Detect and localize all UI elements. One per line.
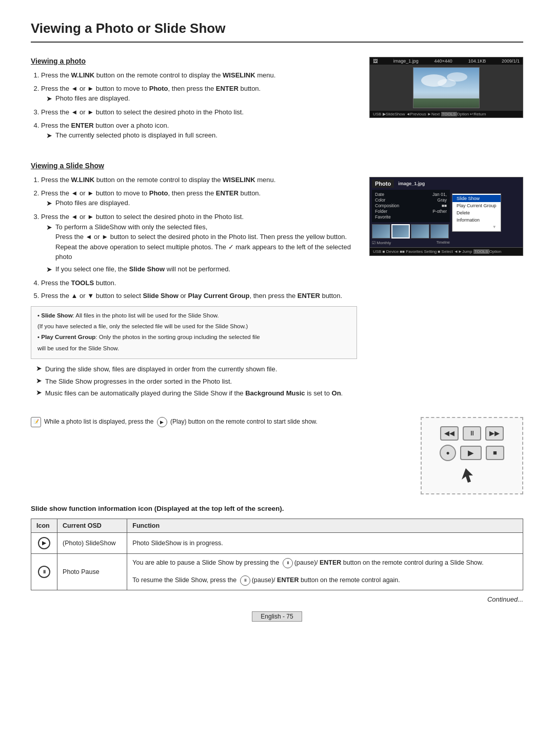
row1-function: Photo SlideShow is in progress. xyxy=(127,532,523,553)
arrow-symbol8: ➤ xyxy=(36,388,42,396)
photo-label: Photo xyxy=(372,180,394,188)
table-header-row: Icon Current OSD Function xyxy=(31,519,523,532)
page-title: Viewing a Photo or Slide Show xyxy=(31,21,523,43)
note-icon: 📝 xyxy=(31,417,41,427)
thumb2 xyxy=(391,224,410,238)
wiselink2-bold: WISELINK xyxy=(223,176,255,184)
arrow8: ➤ Music files can be automatically playe… xyxy=(31,388,357,399)
section2-content: Viewing a Slide Show Press the W.LINK bu… xyxy=(31,162,357,401)
arrow1: ➤ Photo files are displayed. xyxy=(41,93,357,104)
step2-5: Press the ▲ or ▼ button to select Slide … xyxy=(41,291,357,301)
arrow-cursor xyxy=(462,468,482,485)
play-icon-circle: ▶ xyxy=(38,537,50,549)
fav-row: Favorite xyxy=(375,214,447,220)
continued-label: Continued... xyxy=(487,595,523,603)
arrow4-text: To perform a SlideShow with only the sel… xyxy=(55,222,357,262)
arrow-symbol7: ➤ xyxy=(36,376,42,385)
remote-row1: ◀◀ ⏸ ▶▶ xyxy=(440,426,504,441)
thumb1 xyxy=(372,224,390,238)
table-row-2: ⏸ Photo Pause You are able to pause a Sl… xyxy=(31,553,523,590)
enter-bold: ENTER xyxy=(216,85,239,92)
wlink-bold: W.LINK xyxy=(71,71,95,79)
row2-icon: ⏸ xyxy=(31,553,57,590)
screen1-date: 2009/1/1 xyxy=(502,58,520,64)
photo-bold: Photo xyxy=(149,85,168,92)
photo-img xyxy=(413,67,480,108)
table-body: ▶ (Photo) SlideShow Photo SlideShow is i… xyxy=(31,532,523,590)
slideinfo-title: Slide show function information icon (Di… xyxy=(31,505,523,512)
svg-marker-5 xyxy=(462,468,473,483)
thumbnails xyxy=(372,224,450,238)
continued-text: Continued... xyxy=(31,595,523,603)
section1-content: Viewing a photo Press the W.LINK button … xyxy=(31,57,357,145)
enter3-bold: ENTER xyxy=(298,292,320,300)
sort-row: ☑ MonthlyTimeline xyxy=(372,241,450,245)
arrow1-text: Photo files are displayed. xyxy=(55,93,357,104)
enter-bold2: ENTER xyxy=(71,122,94,129)
pause-ref1: ⏸ xyxy=(283,558,293,568)
note-line3: • Play Current Group: Only the photos in… xyxy=(37,332,350,342)
info-table: Icon Current OSD Function ▶ (Photo) Slid… xyxy=(31,519,523,590)
play-note: 📝 While a photo list is displayed, press… xyxy=(31,417,400,428)
svg-rect-4 xyxy=(413,98,480,108)
menu-delete[interactable]: Delete xyxy=(452,209,501,216)
menu-slideshow[interactable]: Slide Show xyxy=(452,195,501,202)
table-row-1: ▶ (Photo) SlideShow Photo SlideShow is i… xyxy=(31,532,523,553)
section2-steps: Press the W.LINK button on the remote co… xyxy=(31,175,357,301)
arrow8-text: Music files can be automatically played … xyxy=(45,388,357,399)
filename-label: image_1.jpg xyxy=(398,181,425,186)
play-btn[interactable]: ▶ xyxy=(460,446,482,460)
screen1-filename: image_1.jpg xyxy=(393,58,419,64)
record-btn[interactable]: ● xyxy=(440,445,456,461)
photo-info: DateJan 01, ColorGray Composition■■ Fold… xyxy=(372,190,450,222)
section2-title: Viewing a Slide Show xyxy=(31,162,357,170)
arrow-symbol: ➤ xyxy=(46,93,52,104)
pause-btn[interactable]: ⏸ xyxy=(463,426,481,441)
menu-more: ▼ xyxy=(452,224,501,230)
pause-icon-circle: ⏸ xyxy=(38,566,50,578)
page-number-bar: English - 75 xyxy=(31,611,523,622)
photo-menu-screen: Photo image_1.jpg DateJan 01, ColorGray … xyxy=(369,177,523,248)
arrow-symbol3: ➤ xyxy=(46,198,52,209)
arrow7-text: The Slide Show progresses in the order s… xyxy=(45,376,357,387)
step1-3: Press the ◄ or ► button to select the de… xyxy=(41,107,357,117)
step2-4: Press the TOOLS button. xyxy=(41,278,357,288)
note-line4: will be used for the Slide Show. xyxy=(37,344,350,353)
arrow3: ➤ Photo files are displayed. xyxy=(41,198,357,209)
svg-rect-0 xyxy=(413,68,480,108)
play-circle: ▶ xyxy=(157,417,167,427)
col-osd: Current OSD xyxy=(57,519,127,532)
step2-2: Press the ◄ or ► button to move to Photo… xyxy=(41,188,357,209)
forward-btn[interactable]: ▶▶ xyxy=(485,426,504,441)
thumb3 xyxy=(411,224,429,238)
menu-playcurrent[interactable]: Play Current Group xyxy=(452,202,501,209)
stop-btn[interactable]: ■ xyxy=(486,446,504,460)
slideshow-bold: Slide Show xyxy=(143,292,178,300)
step1-1: Press the W.LINK button on the remote co… xyxy=(41,70,357,81)
play-note-text: While a photo list is displayed, press t… xyxy=(44,417,318,428)
svg-point-3 xyxy=(438,79,456,87)
playcurrent-bold: Play Current Group xyxy=(188,292,250,300)
wiselink-bold: WISELINK xyxy=(223,71,255,79)
arrow-symbol4: ➤ xyxy=(46,222,52,233)
rewind-btn[interactable]: ◀◀ xyxy=(440,426,459,441)
row2-osd: Photo Pause xyxy=(57,553,127,590)
enter2-bold: ENTER xyxy=(216,189,239,197)
arrow4: ➤ To perform a SlideShow with only the s… xyxy=(41,222,357,262)
section2-image: Photo image_1.jpg DateJan 01, ColorGray … xyxy=(369,162,523,401)
menu-information[interactable]: Information xyxy=(452,216,501,224)
section1-steps: Press the W.LINK button on the remote co… xyxy=(31,70,357,141)
table-head: Icon Current OSD Function xyxy=(31,519,523,532)
comp-row: Composition■■ xyxy=(375,203,447,208)
context-menu: Slide Show Play Current Group Delete Inf… xyxy=(452,177,501,247)
screen1: 🖼 image_1.jpg 440×440 104.1KB 2009/1/1 xyxy=(369,57,523,118)
arrow-symbol6: ➤ xyxy=(36,364,42,372)
slideinfo-section: Slide show function information icon (Di… xyxy=(31,505,523,590)
screen1-size: 440×440 xyxy=(434,58,452,64)
row2-function: You are able to pause a Slide Show by pr… xyxy=(127,553,523,590)
arrow2-text: The currently selected photo is displaye… xyxy=(55,130,357,141)
arrow6: ➤ During the slide show, files are displ… xyxy=(31,364,357,374)
section-viewing-photo: Viewing a photo Press the W.LINK button … xyxy=(31,57,523,145)
arrow5-text: If you select one file, the Slide Show w… xyxy=(55,264,357,274)
arrow7: ➤ The Slide Show progresses in the order… xyxy=(31,376,357,387)
